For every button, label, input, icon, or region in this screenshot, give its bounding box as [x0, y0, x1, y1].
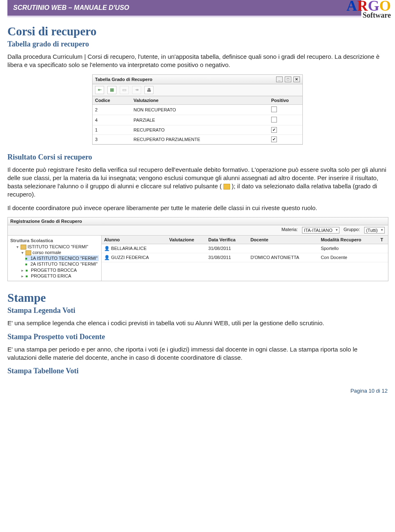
filter-bar: Materia: ITA-ITALIANO Gruppo: (Tutti): [8, 225, 388, 236]
tree-branch[interactable]: ▸■PROGETTO ERICA: [20, 273, 99, 279]
h2-risultato: Risultato Corsi si recupero: [7, 153, 388, 162]
table-row: 4 PARZIALE: [93, 115, 302, 125]
p-prospetto: E' una stampa per periodo e per anno, ch…: [7, 345, 388, 362]
logo: ARGO Software: [346, 1, 391, 18]
p-risultato-1: Il docente può registrare l'esito della …: [7, 166, 388, 199]
gruppo-label: Gruppo:: [344, 227, 360, 234]
col-docente: Docente: [248, 236, 318, 244]
window-title: Tabella Grado di Recupero: [95, 77, 152, 82]
toolbar-icon-1[interactable]: ⇤: [95, 86, 104, 94]
h2-legenda: Stampa Legenda Voti: [7, 306, 388, 315]
col-codice: Codice: [93, 96, 131, 105]
p-risultato-2: Il docente coordinatore può invece opera…: [7, 204, 388, 212]
person-icon: 👤: [104, 255, 110, 260]
list-row[interactable]: 👤 BELLARIA ALICE 31/08/2011 Sportello: [102, 244, 388, 253]
checkbox-checked[interactable]: ✔: [271, 136, 277, 142]
close-icon[interactable]: ✕: [293, 76, 300, 82]
tree-branch[interactable]: ▾corso normale ■1A ISTITUTO TECNICO "FER…: [20, 250, 99, 267]
tree-root[interactable]: ▾ISTITUTO TECNICO "FERMI" ▾corso normale…: [15, 244, 99, 280]
window-titlebar: Registrazione Grado di Recupero: [8, 217, 388, 225]
toolbar: ⇤ ▦ ▭ ↠ 🖶: [93, 84, 302, 96]
page-number: Pagina 10 di 12: [7, 388, 388, 394]
col-data: Data Verifica: [206, 236, 248, 244]
col-valutazione: Valutazione: [167, 236, 206, 244]
edit-icon: [223, 184, 230, 190]
window-registrazione: Registrazione Grado di Recupero Materia:…: [7, 217, 388, 282]
minimize-icon[interactable]: _: [276, 76, 283, 82]
person-icon: 👤: [104, 246, 110, 251]
gruppo-select[interactable]: (Tutti): [364, 227, 385, 234]
table-row: 2 NON RECUPERATO: [93, 104, 302, 115]
window-tabella-grado: Tabella Grado di Recupero _ □ ✕ ⇤ ▦ ▭ ↠ …: [92, 74, 303, 145]
col-valutazione: Valutazione: [131, 96, 269, 105]
materia-label: Materia:: [281, 227, 298, 234]
tree-title: Struttura Scolastica: [10, 237, 99, 244]
grado-table: Codice Valutazione Positivo 2 NON RECUPE…: [93, 96, 302, 144]
p-tabella-grado: Dalla procedura Curriculum | Corsi di re…: [7, 53, 388, 69]
col-modalita: Modalità Recupero: [318, 236, 378, 244]
print-icon[interactable]: 🖶: [144, 86, 153, 94]
toolbar-icon-3[interactable]: ▭: [120, 86, 129, 94]
p-legenda: E' una semplice legenda che elenca i cod…: [7, 319, 388, 327]
col-alunno: Alunno: [102, 236, 167, 244]
checkbox[interactable]: [271, 117, 277, 123]
materia-select[interactable]: ITA-ITALIANO: [302, 227, 339, 234]
header-title: SCRUTINIO WEB – MANUALE D'USO: [13, 4, 129, 11]
tree-panel: Struttura Scolastica ▾ISTITUTO TECNICO "…: [8, 236, 102, 281]
window-controls: _ □ ✕: [275, 76, 300, 82]
tree-leaf[interactable]: ■2A ISTITUTO TECNICO "FERMI": [25, 261, 99, 267]
toolbar-icon-4[interactable]: ↠: [132, 86, 141, 94]
window-titlebar: Tabella Grado di Recupero _ □ ✕: [93, 75, 302, 84]
h1-stampe: Stampe: [7, 291, 388, 305]
checkbox[interactable]: [271, 106, 277, 112]
h2-prospetto: Stampa Prospetto voti Docente: [7, 333, 388, 341]
toolbar-icon-2[interactable]: ▦: [107, 86, 116, 94]
list-panel: Alunno Valutazione Data Verifica Docente…: [102, 236, 388, 281]
header-bar: SCRUTINIO WEB – MANUALE D'USO: [7, 0, 361, 17]
col-t: T: [378, 236, 388, 244]
h2-tabella-grado: Tabella grado di recupero: [7, 40, 388, 49]
checkbox-checked[interactable]: ✔: [271, 127, 277, 133]
list-row[interactable]: 👤 GUZZI FEDERICA 31/08/2011 D'OMICO ANTO…: [102, 253, 388, 262]
window-title: Registrazione Grado di Recupero: [10, 219, 82, 224]
tree-branch[interactable]: ▸■PROGETTO BROCCA: [20, 267, 99, 273]
tree-leaf-selected[interactable]: ■1A ISTITUTO TECNICO "FERMI": [25, 255, 99, 261]
maximize-icon[interactable]: □: [285, 76, 291, 82]
table-row: 1 RECUPERATO ✔: [93, 125, 302, 134]
h1-corsi: Corsi di recupero: [7, 25, 388, 38]
h2-tabellone: Stampa Tabellone Voti: [7, 367, 388, 375]
col-positivo: Positivo: [269, 96, 302, 105]
table-row: 3 RECUPERATO PARZIALMENTE ✔: [93, 134, 302, 144]
